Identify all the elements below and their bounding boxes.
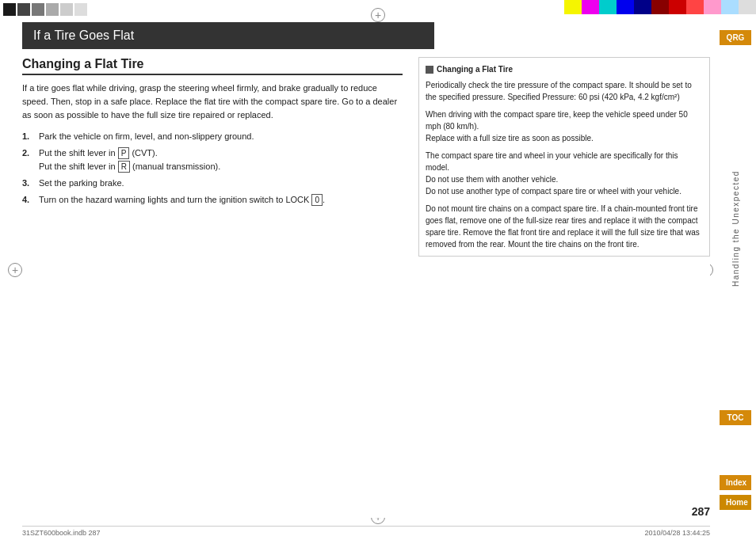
color-sq-3 bbox=[32, 3, 44, 16]
note-para-2: When driving with the compact spare tire… bbox=[426, 108, 703, 144]
left-column: Changing a Flat Tire If a tire goes flat… bbox=[22, 57, 403, 257]
color-sq-2 bbox=[17, 3, 30, 16]
right-sidebar: QRG Handling the Unexpected TOC Index Ho… bbox=[715, 22, 756, 518]
steps-list: 1. Park the vehicle on firm, level, and … bbox=[22, 130, 403, 207]
swatch-yellow bbox=[564, 0, 582, 14]
side-label-text: Handling the Unexpected bbox=[731, 171, 740, 287]
note-title-text: Changing a Flat Tire bbox=[437, 63, 513, 75]
color-sq-1 bbox=[3, 3, 16, 16]
step-4-text: Turn on the hazard warning lights and tu… bbox=[39, 193, 403, 207]
color-sq-4 bbox=[46, 3, 59, 16]
step-2-text: Put the shift lever in P (CVT). Put the … bbox=[39, 146, 403, 174]
home-button[interactable]: Home bbox=[720, 495, 751, 510]
page-title: If a Tire Goes Flat bbox=[33, 29, 134, 42]
step-3: 3. Set the parking brake. bbox=[22, 177, 403, 191]
right-column: Changing a Flat Tire Periodically check … bbox=[418, 57, 710, 257]
sidebar-side-text: Handling the Unexpected bbox=[731, 56, 740, 401]
top-color-bar bbox=[564, 0, 756, 14]
step-4-num: 4. bbox=[22, 193, 35, 207]
reg-mark-top bbox=[371, 8, 385, 22]
color-sq-6 bbox=[74, 3, 87, 16]
swatch-magenta bbox=[582, 0, 599, 14]
note-para-3: The compact spare tire and wheel in your… bbox=[426, 150, 703, 197]
step-3-num: 3. bbox=[22, 177, 35, 191]
lock-box: 0 bbox=[311, 194, 323, 206]
note-box: Changing a Flat Tire Periodically check … bbox=[418, 57, 710, 257]
note-para-4: Do not mount tire chains on a compact sp… bbox=[426, 203, 703, 250]
step-4: 4. Turn on the hazard warning lights and… bbox=[22, 193, 403, 207]
swatch-darkred bbox=[651, 0, 669, 14]
shift-p-box: P bbox=[118, 147, 130, 159]
index-button[interactable]: Index bbox=[720, 475, 751, 490]
note-box-title: Changing a Flat Tire bbox=[426, 63, 703, 75]
swatch-pink bbox=[704, 0, 721, 14]
swatch-red bbox=[669, 0, 686, 14]
step-1-text: Park the vehicle on firm, level, and non… bbox=[39, 130, 403, 144]
footer-right: 2010/04/28 13:44:25 bbox=[644, 529, 710, 537]
footer-left: 31SZT600book.indb 287 bbox=[22, 529, 101, 537]
step-1: 1. Park the vehicle on firm, level, and … bbox=[22, 130, 403, 144]
step-3-text: Set the parking brake. bbox=[39, 177, 403, 191]
swatch-darkblue bbox=[634, 0, 651, 14]
note-para-1: Periodically check the tire pressure of … bbox=[426, 79, 703, 103]
reg-mark-left bbox=[8, 263, 22, 277]
title-bar: If a Tire Goes Flat bbox=[22, 22, 434, 49]
swatch-blue bbox=[617, 0, 634, 14]
section-title: Changing a Flat Tire bbox=[22, 57, 403, 75]
swatch-gray bbox=[739, 0, 756, 14]
footer: 31SZT600book.indb 287 2010/04/28 13:44:2… bbox=[22, 526, 710, 537]
top-left-squares bbox=[3, 3, 87, 16]
step-1-num: 1. bbox=[22, 130, 35, 144]
shift-r-box: R bbox=[118, 161, 130, 173]
qrg-button[interactable]: QRG bbox=[720, 30, 751, 45]
step-2: 2. Put the shift lever in P (CVT). Put t… bbox=[22, 146, 403, 174]
step-2-num: 2. bbox=[22, 146, 35, 174]
content-area: Changing a Flat Tire If a tire goes flat… bbox=[22, 57, 710, 257]
page-content: If a Tire Goes Flat Changing a Flat Tire… bbox=[22, 22, 710, 518]
page-number: 287 bbox=[692, 505, 710, 518]
swatch-lightblue bbox=[721, 0, 739, 14]
toc-button[interactable]: TOC bbox=[720, 410, 751, 425]
color-sq-5 bbox=[60, 3, 73, 16]
intro-text: If a tire goes flat while driving, grasp… bbox=[22, 82, 403, 122]
swatch-cyan bbox=[599, 0, 617, 14]
note-checkbox-icon bbox=[426, 66, 433, 74]
swatch-lightred bbox=[686, 0, 704, 14]
